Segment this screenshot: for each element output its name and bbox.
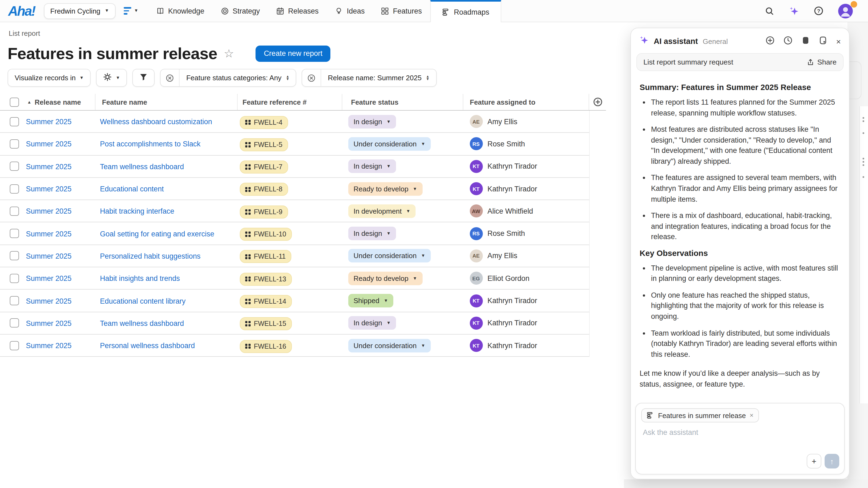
- row-checkbox[interactable]: [10, 206, 19, 216]
- row-checkbox[interactable]: [10, 251, 19, 261]
- feature-status-pill[interactable]: In design▼: [348, 227, 396, 240]
- search-icon[interactable]: [765, 6, 774, 15]
- context-chip[interactable]: Features in summer release ×: [641, 408, 759, 422]
- visualize-records-dropdown[interactable]: Visualize records in ▼: [8, 69, 91, 87]
- feature-reference-badge[interactable]: FWELL-15: [240, 317, 291, 330]
- feature-link[interactable]: Wellness dashboard customization: [100, 118, 212, 126]
- create-new-report-button[interactable]: Create new report: [256, 45, 331, 62]
- filter-button[interactable]: [133, 69, 155, 87]
- help-icon[interactable]: ?: [814, 6, 824, 16]
- column-header-feature-assigned-to[interactable]: Feature assigned to: [463, 94, 589, 110]
- row-checkbox[interactable]: [10, 273, 19, 283]
- feature-status-pill[interactable]: Ready to develop▼: [348, 182, 422, 195]
- release-link[interactable]: Summer 2025: [26, 185, 72, 193]
- user-avatar[interactable]: [838, 3, 853, 18]
- feature-link[interactable]: Educational content library: [100, 297, 186, 305]
- feature-reference-badge[interactable]: FWELL-14: [240, 295, 291, 308]
- close-icon[interactable]: ×: [836, 37, 841, 45]
- column-header-feature-reference-[interactable]: Feature reference #: [238, 94, 342, 110]
- feature-status-pill[interactable]: In development▼: [348, 204, 416, 218]
- row-checkbox[interactable]: [10, 229, 19, 238]
- feature-link[interactable]: Personal wellness dashboard: [100, 341, 195, 350]
- workspace-selector[interactable]: Fredwin Cycling ▼: [44, 3, 116, 19]
- feature-icon: [245, 165, 250, 170]
- assistant-input[interactable]: Ask the assistant: [643, 428, 698, 436]
- row-checkbox[interactable]: [10, 296, 19, 305]
- feature-link[interactable]: Goal setting for eating and exercise: [100, 230, 214, 238]
- nav-item-releases[interactable]: Releases: [268, 0, 327, 22]
- feature-link[interactable]: Habit tracking interface: [100, 207, 175, 216]
- attach-button[interactable]: +: [807, 454, 822, 468]
- nav-item-ideas[interactable]: Ideas: [327, 0, 373, 22]
- nav-item-strategy[interactable]: Strategy: [212, 0, 268, 22]
- history-icon[interactable]: [783, 35, 793, 47]
- collapsed-side-toolbar[interactable]: [859, 106, 868, 403]
- remove-filter-button[interactable]: [161, 69, 180, 86]
- row-checkbox[interactable]: [10, 341, 19, 350]
- column-header-feature-status[interactable]: Feature status: [342, 94, 463, 110]
- feature-status-pill[interactable]: In design▼: [348, 115, 396, 128]
- release-link[interactable]: Summer 2025: [26, 162, 72, 170]
- add-column-button[interactable]: [593, 97, 602, 107]
- release-link[interactable]: Summer 2025: [26, 230, 72, 238]
- remove-chip-icon[interactable]: ×: [750, 412, 753, 419]
- feature-link[interactable]: Habit insights and trends: [100, 274, 180, 283]
- feature-status-pill[interactable]: In design▼: [348, 159, 396, 173]
- feature-reference-badge[interactable]: FWELL-16: [240, 340, 291, 353]
- docked-panel-icon[interactable]: [801, 35, 810, 47]
- feature-status-pill[interactable]: Under consideration▼: [348, 249, 431, 263]
- release-link[interactable]: Summer 2025: [26, 319, 72, 327]
- feature-link[interactable]: Post accomplishments to Slack: [100, 140, 201, 148]
- feature-reference-badge[interactable]: FWELL-7: [240, 161, 288, 173]
- nav-item-roadmaps[interactable]: Roadmaps: [430, 0, 501, 22]
- assistant-input-card[interactable]: Features in summer release × Ask the ass…: [635, 403, 845, 475]
- aha-logo[interactable]: Aha!: [8, 3, 35, 19]
- feature-link[interactable]: Educational content: [100, 185, 164, 193]
- filter-value[interactable]: Feature status categories: Any ▲▼: [180, 69, 296, 86]
- feature-reference-badge[interactable]: FWELL-10: [240, 228, 291, 241]
- thread-title-bar[interactable]: List report summary request Share: [637, 53, 844, 71]
- row-checkbox[interactable]: [10, 319, 19, 328]
- feature-link[interactable]: Personalized habit suggestions: [100, 252, 201, 260]
- favorite-star-icon[interactable]: ☆: [224, 47, 234, 60]
- feature-status-pill[interactable]: Shipped▼: [348, 294, 393, 307]
- feature-reference-badge[interactable]: FWELL-13: [240, 272, 291, 286]
- feature-link[interactable]: Team wellness dashboard: [100, 162, 184, 170]
- release-link[interactable]: Summer 2025: [26, 207, 72, 216]
- release-link[interactable]: Summer 2025: [26, 252, 72, 260]
- feature-reference-badge[interactable]: FWELL-8: [240, 183, 288, 196]
- row-checkbox[interactable]: [10, 162, 19, 171]
- release-link[interactable]: Summer 2025: [26, 341, 72, 350]
- popout-panel-icon[interactable]: [818, 35, 827, 47]
- feature-reference-badge[interactable]: FWELL-5: [240, 138, 288, 151]
- feature-link[interactable]: Team wellness dashboard: [100, 319, 184, 327]
- send-button[interactable]: ↑: [825, 454, 839, 468]
- row-checkbox[interactable]: [10, 117, 19, 126]
- column-header-feature-name[interactable]: Feature name: [95, 94, 238, 110]
- nav-item-features[interactable]: Features: [373, 0, 430, 22]
- feature-reference-badge[interactable]: FWELL-9: [240, 205, 288, 218]
- feature-status-pill[interactable]: Under consideration▼: [348, 137, 431, 151]
- nav-item-knowledge[interactable]: Knowledge: [148, 0, 213, 22]
- row-checkbox[interactable]: [10, 139, 19, 149]
- release-link[interactable]: Summer 2025: [26, 297, 72, 305]
- select-all-checkbox[interactable]: [10, 97, 19, 106]
- release-link[interactable]: Summer 2025: [26, 118, 72, 126]
- release-link[interactable]: Summer 2025: [26, 274, 72, 283]
- feature-status-pill[interactable]: In design▼: [348, 316, 396, 330]
- feature-reference-badge[interactable]: FWELL-11: [240, 250, 291, 263]
- new-chat-icon[interactable]: [766, 35, 775, 47]
- filter-label: Feature status categories: Any: [186, 74, 282, 82]
- menu-toggle[interactable]: ▼: [124, 7, 138, 14]
- settings-dropdown[interactable]: ▼: [96, 69, 127, 87]
- feature-status-pill[interactable]: Ready to develop▼: [348, 271, 422, 285]
- ai-sparkle-icon[interactable]: [789, 6, 799, 16]
- share-button[interactable]: Share: [806, 58, 837, 66]
- remove-filter-button[interactable]: [303, 69, 321, 86]
- row-checkbox[interactable]: [10, 184, 19, 193]
- feature-reference-badge[interactable]: FWELL-4: [240, 116, 288, 129]
- filter-value[interactable]: Release name: Summer 2025 ▲▼: [321, 69, 436, 86]
- feature-status-pill[interactable]: Under consideration▼: [348, 338, 431, 352]
- column-header-release-name[interactable]: ▲Release name: [24, 94, 95, 110]
- release-link[interactable]: Summer 2025: [26, 140, 72, 148]
